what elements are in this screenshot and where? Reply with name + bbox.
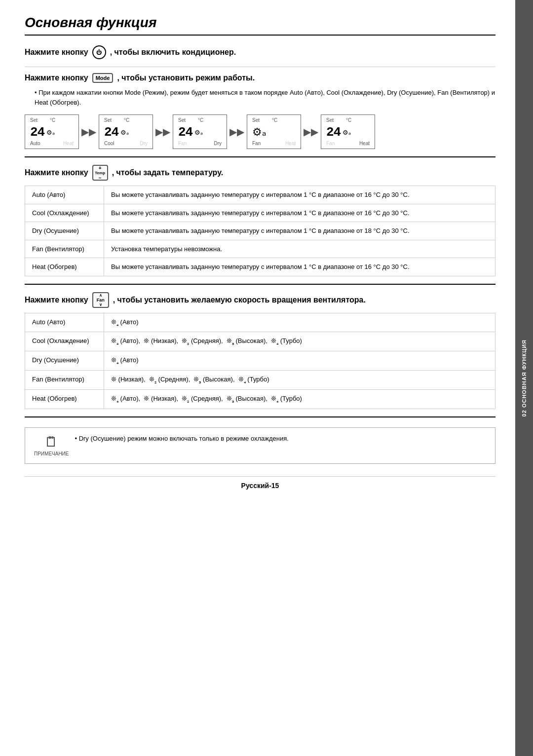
mode-cool-bottom: Cool Dry: [104, 141, 148, 146]
table-row: Auto (Авто)❊₄ (Авто): [25, 313, 495, 332]
note-icon-wrap: 🗒 ПРИМЕЧАНИЕ: [34, 435, 69, 456]
temp-button-icon[interactable]: + Temp −: [92, 165, 108, 181]
fan-row-mode: Cool (Охлаждение): [25, 332, 104, 351]
temp-text-before: Нажмите кнопку: [25, 168, 88, 177]
section-divider-2: [25, 156, 495, 157]
mode-fan-heat: Heat: [285, 141, 296, 146]
mode-button-icon[interactable]: Mode: [92, 73, 114, 83]
power-header: Нажмите кнопку ⏻ , чтобы включить кондиц…: [25, 45, 495, 59]
mode-auto-display: Set °C 24 ⚙︎ₐ Auto Heat: [25, 114, 79, 149]
fan-chevron-up: ∧: [99, 293, 102, 298]
mode-cool-temp: 24: [104, 125, 118, 140]
fan-row-mode: Auto (Авто): [25, 313, 104, 332]
mode-heat-set-label: Set °C: [326, 117, 370, 123]
note-label: ПРИМЕЧАНИЕ: [34, 451, 69, 456]
fan-row-mode: Fan (Вентилятор): [25, 370, 104, 389]
mode-heat-fan: ⚙︎ₐ: [343, 129, 351, 136]
mode-auto-bottom: Auto Heat: [30, 141, 74, 146]
fan-row-desc: ❊₄ (Авто): [104, 313, 495, 332]
table-row: Fan (Вентилятор)❊ (Низкая), ❊₂ (Средняя)…: [25, 370, 495, 389]
fan-chevron-down: ∨: [99, 302, 102, 307]
note-text: • Dry (Осушение) режим можно включать то…: [75, 435, 288, 442]
mode-dry-bottom: Fan Dry: [178, 141, 222, 146]
fan-row-desc: ❊₄ (Авто): [104, 351, 495, 371]
page-number: Русский-15: [25, 476, 495, 490]
table-row: Dry (Осушение)Вы можете устанавливать за…: [25, 222, 495, 240]
fan-button-icon[interactable]: ∧ Fan ∨: [92, 292, 109, 308]
mode-display-row: Set °C 24 ⚙︎ₐ Auto Heat ▶▶ Set °C: [25, 114, 495, 149]
mode-heat-inner: 24 ⚙︎ₐ: [326, 125, 370, 140]
table-row: Heat (Обогрев)Вы можете устанавливать за…: [25, 258, 495, 276]
temp-row-mode: Dry (Осушение): [25, 222, 104, 240]
mode-heat-temp: 24: [326, 125, 341, 140]
temp-row-mode: Cool (Охлаждение): [25, 204, 104, 222]
temp-table: Auto (Авто)Вы можете устанавливать задан…: [25, 186, 495, 276]
mode-bullet: • При каждом нажатии кнопки Mode (Режим)…: [35, 88, 495, 107]
table-row: Dry (Осушение)❊₄ (Авто): [25, 351, 495, 371]
table-row: Cool (Охлаждение)Вы можете устанавливать…: [25, 204, 495, 222]
mode-dry-inner: 24 ⚙︎ₐ: [178, 125, 222, 140]
fan-row-mode: Dry (Осушение): [25, 351, 104, 371]
fan-row-desc: ❊₄ (Авто), ❊ (Низкая), ❊₂ (Средняя), ❊₃ …: [104, 389, 495, 409]
mode-cool-inner: 24 ⚙︎ₐ: [104, 125, 148, 140]
temp-row-desc: Установка температуры невозможна.: [104, 240, 495, 258]
fan-table: Auto (Авто)❊₄ (Авто)Cool (Охлаждение)❊₄ …: [25, 313, 495, 409]
page-title: Основная функция: [25, 15, 495, 31]
temp-row-desc: Вы можете устанавливать заданную темпера…: [104, 258, 495, 276]
temp-row-mode: Heat (Обогрев): [25, 258, 104, 276]
fan-header: Нажмите кнопку ∧ Fan ∨ , чтобы установит…: [25, 292, 495, 308]
mode-auto-heat: Heat: [63, 141, 74, 146]
mode-fan-set-label: Set °C: [252, 117, 296, 123]
mode-dry-temp: 24: [178, 125, 192, 140]
mode-dry-fan: ⚙︎ₐ: [194, 129, 203, 136]
temp-row-mode: Auto (Авто): [25, 186, 104, 204]
power-text-before: Нажмите кнопку: [25, 48, 88, 57]
temp-text-after: , чтобы задать температуру.: [112, 168, 223, 177]
fan-row-desc: ❊₄ (Авто), ❊ (Низкая), ❊₂ (Средняя), ❊₃ …: [104, 332, 495, 351]
mode-fan-label: Fan: [252, 141, 261, 146]
power-button-icon[interactable]: ⏻: [92, 45, 106, 59]
mode-dry-display: Set °C 24 ⚙︎ₐ Fan Dry: [173, 114, 227, 149]
mode-fan-bottom: Fan Heat: [252, 141, 296, 146]
mode-cool-set-label: Set °C: [104, 117, 148, 123]
mode-arrow-2: ▶▶: [153, 126, 173, 138]
mode-heat-display: Set °C 24 ⚙︎ₐ Fan Heat: [321, 114, 375, 149]
temp-row-desc: Вы можете устанавливать заданную темпера…: [104, 222, 495, 240]
mode-dry-label: Fan: [178, 141, 187, 146]
table-row: Cool (Охлаждение)❊₄ (Авто), ❊ (Низкая), …: [25, 332, 495, 351]
mode-fan-display: Set °C ⚙︎ₐ Fan Heat: [247, 114, 301, 149]
fan-text-before: Нажмите кнопку: [25, 296, 88, 304]
mode-auto-inner: 24 ⚙︎ₐ: [30, 125, 74, 140]
fan-row-mode: Heat (Обогрев): [25, 389, 104, 409]
mode-auto-temp: 24: [30, 125, 44, 140]
mode-dry-set-label: Set °C: [178, 117, 222, 123]
page-wrapper: Основная функция Нажмите кнопку ⏻ , чтоб…: [0, 0, 533, 756]
temp-row-mode: Fan (Вентилятор): [25, 240, 104, 258]
side-tab-text: 02 ОСНОВНАЯ ФУНКЦИЯ: [521, 340, 527, 416]
table-row: Fan (Вентилятор)Установка температуры не…: [25, 240, 495, 258]
fan-btn-label: Fan: [97, 298, 105, 302]
note-icon: 🗒: [44, 434, 58, 450]
title-divider: [25, 35, 495, 36]
mode-auto-set-label: Set °C: [30, 117, 74, 123]
mode-auto-label: Auto: [30, 141, 40, 146]
mode-auto-fan: ⚙︎ₐ: [46, 129, 55, 136]
mode-heat-label-fan: Fan: [326, 141, 335, 146]
mode-fan-sym: ⚙︎ₐ: [252, 126, 266, 139]
temp-minus: −: [99, 175, 102, 181]
section-divider-3: [25, 284, 495, 285]
temp-header: Нажмите кнопку + Temp − , чтобы задать т…: [25, 165, 495, 181]
section-divider-4: [25, 416, 495, 417]
mode-dry-label2: Dry: [214, 141, 222, 146]
power-text-after: , чтобы включить кондиционер.: [110, 48, 236, 57]
temp-label: Temp: [95, 171, 105, 175]
section-temp: Нажмите кнопку + Temp − , чтобы задать т…: [25, 165, 495, 276]
mode-arrow-1: ▶▶: [79, 126, 99, 138]
section-power: Нажмите кнопку ⏻ , чтобы включить кондиц…: [25, 45, 495, 59]
table-row: Auto (Авто)Вы можете устанавливать задан…: [25, 186, 495, 204]
temp-row-desc: Вы можете устанавливать заданную темпера…: [104, 186, 495, 204]
temp-row-desc: Вы можете устанавливать заданную темпера…: [104, 204, 495, 222]
mode-cool-label: Cool: [104, 141, 114, 146]
mode-heat-label: Heat: [359, 141, 370, 146]
main-content: Основная функция Нажмите кнопку ⏻ , чтоб…: [0, 0, 515, 756]
